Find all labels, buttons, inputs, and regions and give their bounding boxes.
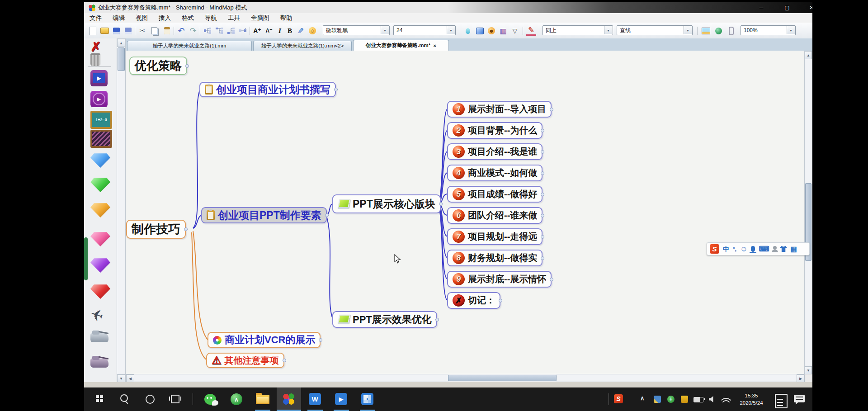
- skin-icon[interactable]: [780, 246, 787, 252]
- collapse-all-button[interactable]: [226, 26, 236, 36]
- close-button[interactable]: ✕: [802, 2, 812, 13]
- tray-app-blue[interactable]: [654, 396, 661, 403]
- node-item-3[interactable]: 3 项目介绍--我是谁: [447, 143, 542, 160]
- input-mode-chinese[interactable]: 中: [723, 246, 729, 252]
- filter-button[interactable]: ▽: [510, 26, 520, 36]
- start-button[interactable]: [96, 395, 99, 398]
- insert-image-button[interactable]: [701, 26, 711, 36]
- font-smaller-button[interactable]: A⁻: [264, 26, 274, 36]
- clipart-gem-red-icon[interactable]: [90, 283, 110, 299]
- line-color-button[interactable]: ✎: [526, 26, 536, 36]
- taskbar-search-button[interactable]: [120, 394, 128, 402]
- attachment-button[interactable]: [726, 26, 736, 36]
- format-pen-button[interactable]: ✎: [296, 26, 306, 36]
- scroll-up-arrow[interactable]: ▲: [805, 51, 812, 59]
- sidebar-scrollbar[interactable]: ▲ ▼: [117, 38, 126, 382]
- scroll-thumb[interactable]: [448, 375, 557, 381]
- node-vcr-presentation[interactable]: 商业计划VCR的展示: [208, 332, 321, 348]
- node-item-2[interactable]: 2 项目背景--为什么: [447, 122, 542, 139]
- sidebar-left-scroll-thumb[interactable]: [84, 237, 88, 280]
- node-item-6[interactable]: 6 团队介绍--谁来做: [447, 207, 542, 224]
- task-view-button[interactable]: [171, 395, 179, 403]
- background-button[interactable]: [475, 26, 485, 36]
- bold-button[interactable]: B: [285, 26, 295, 36]
- taskbar-app-capture[interactable]: [355, 387, 380, 411]
- tray-sogou-button[interactable]: S: [614, 394, 623, 403]
- scroll-left-arrow[interactable]: ◀: [126, 374, 134, 383]
- node-item-9[interactable]: 9 展示封底--展示情怀: [447, 271, 552, 288]
- account-icon[interactable]: [773, 246, 777, 250]
- node-item-8[interactable]: 8 财务规划--做得实: [447, 250, 542, 266]
- clipart-gem-orange-icon[interactable]: [90, 201, 110, 217]
- clipart-gem-green-icon[interactable]: [90, 176, 110, 192]
- mindmap-canvas[interactable]: 优化策略 创业项目商业计划书撰写 制作技巧 创业项目PPT制作要素 PPT展示核…: [126, 51, 804, 374]
- hyperlink-globe-button[interactable]: [713, 26, 723, 36]
- menu-file[interactable]: 文件: [84, 14, 107, 22]
- new-file-button[interactable]: [88, 26, 98, 36]
- tray-battery[interactable]: [693, 397, 703, 402]
- punctuation-toggle[interactable]: °,: [733, 246, 736, 252]
- node-business-plan-writing[interactable]: 创业项目商业计划书撰写: [199, 82, 336, 97]
- color-drop-button[interactable]: [463, 26, 473, 36]
- table-button[interactable]: ▦: [498, 26, 508, 36]
- clipart-trash-icon[interactable]: [90, 53, 100, 66]
- menu-format[interactable]: 格式: [176, 14, 199, 22]
- cut-button[interactable]: ✂: [137, 26, 147, 36]
- taskbar-app-360[interactable]: ∧: [224, 387, 249, 411]
- save-all-button[interactable]: [123, 26, 133, 36]
- tray-360-safe[interactable]: +: [667, 396, 675, 403]
- tray-volume[interactable]: [709, 396, 715, 402]
- tray-show-hidden-icons[interactable]: ∧: [640, 395, 645, 402]
- node-item-7[interactable]: 7 项目规划--走得远: [447, 228, 542, 245]
- menu-edit[interactable]: 编辑: [107, 14, 130, 22]
- tray-app-yellow[interactable]: [681, 396, 688, 403]
- clipart-gem-pink-icon[interactable]: [90, 230, 110, 246]
- taskbar-notes-button[interactable]: [775, 394, 788, 408]
- open-file-button[interactable]: [99, 26, 109, 36]
- taskbar-app-wechat[interactable]: [198, 387, 222, 411]
- expand-level1-button[interactable]: [203, 26, 212, 36]
- clipart-tank-purple-icon[interactable]: [90, 359, 108, 368]
- scroll-up-arrow[interactable]: ▲: [117, 39, 125, 47]
- canvas-h-scrollbar[interactable]: ◀ ▶: [126, 374, 804, 382]
- node-item-5[interactable]: 5 项目成绩--做得好: [447, 186, 542, 203]
- font-size-select[interactable]: 24 ▼: [393, 25, 456, 35]
- sogou-logo-icon[interactable]: S: [710, 244, 719, 254]
- tab-document-2[interactable]: 始于大学的未来就业之路(1).mm<2>: [253, 41, 352, 51]
- font-family-select[interactable]: 微软雅黑 ▼: [323, 25, 390, 35]
- keyboard-icon[interactable]: ⌨: [759, 246, 769, 253]
- sogou-input-toolbar[interactable]: S 中 °, ☺ ⌨ ▦: [707, 242, 810, 255]
- node-item-1[interactable]: 1 展示封面--导入项目: [447, 101, 552, 118]
- node-ppt-elements[interactable]: 创业项目PPT制作要素: [201, 207, 327, 223]
- clipart-play-button-icon[interactable]: ▶: [90, 91, 108, 107]
- tray-network[interactable]: [722, 397, 731, 402]
- node-item-4[interactable]: 4 商业模式--如何做: [447, 165, 542, 181]
- scroll-down-arrow[interactable]: ▼: [805, 366, 812, 374]
- save-button[interactable]: [111, 26, 121, 36]
- font-bigger-button[interactable]: A⁺: [252, 26, 262, 36]
- collapse-level-button[interactable]: [238, 26, 248, 36]
- italic-button[interactable]: I: [275, 26, 285, 36]
- line-style-select[interactable]: 直线 ▼: [617, 25, 693, 35]
- menu-view[interactable]: 视图: [130, 14, 153, 22]
- menu-insert[interactable]: 插入: [153, 14, 176, 22]
- undo-button[interactable]: ↶: [176, 26, 186, 36]
- node-ppt-effect-optimization[interactable]: PPT展示效果优化: [332, 311, 437, 328]
- clipart-gem-purple-icon[interactable]: [90, 256, 110, 273]
- clipart-jet-icon[interactable]: ✈: [88, 305, 106, 326]
- tab-document-1[interactable]: 始于大学的未来就业之路(1).mm: [127, 41, 252, 51]
- clipart-tv-icon[interactable]: [90, 130, 112, 148]
- node-optimization-strategy[interactable]: 优化策略: [129, 57, 187, 75]
- emoji-icon[interactable]: ☺: [740, 246, 747, 253]
- clipart-tank-gray-icon[interactable]: [90, 333, 108, 342]
- menu-tools[interactable]: 工具: [222, 14, 245, 22]
- clipart-gem-blue-icon[interactable]: [90, 151, 110, 168]
- taskbar-app-wps[interactable]: W: [303, 387, 327, 411]
- node-production-skills[interactable]: 制作技巧: [126, 220, 186, 239]
- node-ppt-core-sections[interactable]: PPT展示核心版块: [332, 194, 441, 213]
- clipart-red-x-icon[interactable]: ✗: [90, 39, 101, 54]
- clipart-chalkboard-icon[interactable]: 1+2=3: [90, 111, 112, 129]
- zoom-select[interactable]: 100% ▼: [741, 25, 796, 35]
- node-item-remember[interactable]: ✗ 切记：: [447, 292, 500, 309]
- cortana-button[interactable]: [146, 395, 155, 404]
